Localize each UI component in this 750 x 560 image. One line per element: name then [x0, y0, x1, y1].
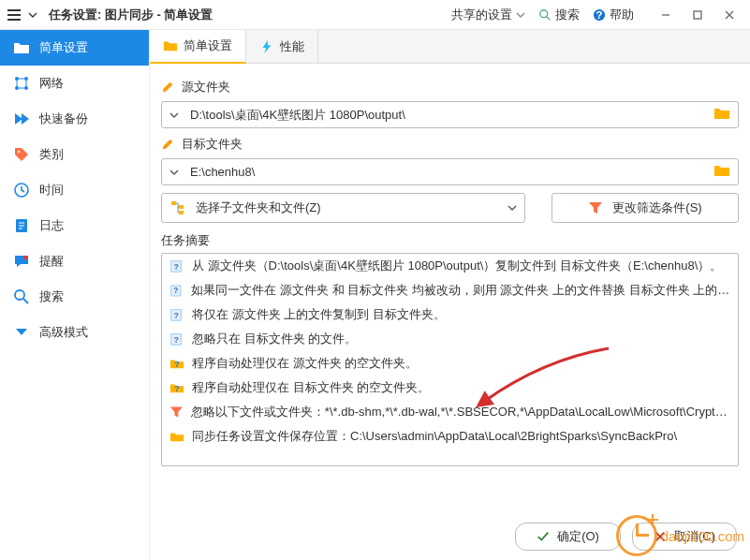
sidebar-item-label: 网络 — [39, 75, 64, 92]
source-label: 源文件夹 — [161, 79, 739, 96]
summary-row[interactable]: ?如果同一文件在 源文件夹 和 目标文件夹 均被改动，则用 源文件夹 上的文件替… — [162, 278, 738, 302]
dest-label: 目标文件夹 — [161, 136, 739, 153]
lightning-icon — [259, 39, 274, 54]
chevron-down-icon[interactable] — [507, 203, 517, 213]
main-panel: 简单设置 性能 源文件夹 目标文件夹 — [150, 30, 750, 560]
tab-label: 性能 — [280, 38, 304, 55]
tab-label: 简单设置 — [184, 37, 232, 54]
svg-text:?: ? — [173, 311, 178, 320]
svg-rect-5 — [694, 11, 701, 19]
svg-point-19 — [15, 290, 24, 300]
dest-path-field[interactable] — [161, 158, 739, 185]
help-file-icon: ? — [169, 332, 184, 346]
sidebar-item-fastbackup[interactable]: 快速备份 — [0, 101, 149, 137]
source-path-input[interactable] — [184, 104, 713, 125]
chevron-down-icon[interactable] — [164, 162, 184, 183]
menu-icon[interactable] — [7, 9, 21, 21]
cancel-button[interactable]: 取消(C) — [632, 523, 737, 551]
sidebar: 简单设置 网络 快速备份 类别 时间 日志 提醒 搜索 — [0, 30, 150, 560]
sidebar-item-label: 高级模式 — [39, 324, 88, 341]
close-button[interactable] — [716, 2, 743, 28]
summary-row[interactable]: 同步任务设置文件保存位置：C:\Users\admin\AppData\Loca… — [162, 424, 738, 449]
tree-icon — [169, 199, 186, 216]
summary-box: ?从 源文件夹（D:\tools\桌面\4K壁纸图片 1080P\output\… — [161, 253, 739, 466]
svg-point-18 — [23, 256, 27, 259]
sidebar-item-time[interactable]: 时间 — [0, 172, 149, 208]
search-link[interactable]: 搜索 — [538, 7, 580, 23]
tabs: 简单设置 性能 — [150, 30, 750, 64]
sidebar-item-network[interactable]: 网络 — [0, 66, 149, 101]
window-title: 任务设置: 图片同步 - 简单设置 — [49, 7, 213, 23]
choose-subfolders-button[interactable]: 选择子文件夹和文件(Z) — [161, 193, 525, 223]
summary-row[interactable]: ?程序自动处理仅在 目标文件夹 的空文件夹。 — [162, 376, 738, 400]
sidebar-item-log[interactable]: 日志 — [0, 208, 149, 243]
ok-button[interactable]: 确定(O) — [515, 523, 621, 551]
search-icon — [538, 8, 551, 22]
button-label: 确定(O) — [557, 528, 599, 545]
fast-icon — [13, 111, 30, 127]
search-icon — [13, 288, 30, 305]
clock-icon — [13, 182, 30, 199]
svg-text:?: ? — [596, 8, 603, 20]
chevron-down-icon[interactable] — [164, 105, 184, 125]
change-filter-button[interactable]: 更改筛选条件(S) — [551, 193, 739, 223]
funnel-icon — [169, 405, 184, 420]
svg-rect-22 — [179, 205, 184, 209]
help-file-icon: ? — [169, 283, 184, 298]
help-icon: ? — [593, 8, 606, 22]
chat-icon — [13, 253, 30, 270]
button-label: 更改筛选条件(S) — [612, 199, 701, 216]
summary-row[interactable]: ?从 源文件夹（D:\tools\桌面\4K壁纸图片 1080P\output\… — [162, 254, 738, 278]
expand-icon — [13, 324, 30, 341]
sidebar-item-label: 提醒 — [39, 253, 64, 270]
svg-text:?: ? — [174, 384, 179, 393]
sidebar-item-remind[interactable]: 提醒 — [0, 243, 149, 279]
source-path-field[interactable] — [161, 101, 739, 128]
svg-text:?: ? — [173, 286, 178, 295]
help-link[interactable]: ? 帮助 — [593, 7, 634, 23]
folder-icon[interactable] — [713, 106, 730, 124]
svg-rect-23 — [179, 211, 184, 214]
shared-settings-link[interactable]: 共享的设置 — [451, 7, 525, 23]
svg-line-20 — [23, 299, 28, 303]
folder-icon[interactable] — [713, 163, 730, 181]
summary-row[interactable]: ?忽略只在 目标文件夹 的文件。 — [162, 327, 738, 351]
tab-simple[interactable]: 简单设置 — [150, 30, 246, 64]
check-icon — [537, 530, 550, 543]
help-file-icon: ? — [169, 258, 184, 273]
titlebar: 任务设置: 图片同步 - 简单设置 共享的设置 搜索 ? 帮助 — [0, 0, 750, 30]
sidebar-item-category[interactable]: 类别 — [0, 137, 149, 172]
log-icon — [13, 217, 30, 234]
folder-icon — [163, 38, 178, 53]
folder-icon — [169, 429, 184, 444]
dest-path-input[interactable] — [184, 161, 713, 183]
sidebar-item-label: 快速备份 — [39, 111, 88, 127]
button-label: 选择子文件夹和文件(Z) — [196, 199, 321, 216]
x-icon — [654, 530, 667, 543]
tab-performance[interactable]: 性能 — [246, 30, 318, 63]
sidebar-item-advanced[interactable]: 高级模式 — [0, 315, 149, 350]
summary-row[interactable]: 忽略以下文件或文件夹：*\*.db-shm,*\*.db-wal,*\*.SBS… — [162, 400, 738, 424]
svg-text:?: ? — [173, 262, 178, 272]
sidebar-item-label: 时间 — [39, 182, 64, 199]
network-icon — [13, 75, 30, 92]
summary-row[interactable]: ?将仅在 源文件夹 上的文件复制到 目标文件夹。 — [162, 302, 738, 327]
pencil-icon — [161, 81, 174, 94]
sidebar-item-label: 搜索 — [39, 288, 64, 305]
sidebar-item-simple[interactable]: 简单设置 — [0, 30, 149, 66]
svg-point-0 — [540, 9, 548, 17]
summary-row[interactable]: ?程序自动处理仅在 源文件夹 的空文件夹。 — [162, 351, 738, 376]
chevron-down-icon[interactable] — [28, 10, 37, 20]
maximize-button[interactable] — [684, 2, 711, 28]
folder-q-icon: ? — [169, 380, 184, 395]
sidebar-item-label: 类别 — [39, 146, 64, 163]
button-label: 取消(C) — [674, 528, 715, 545]
sidebar-item-search[interactable]: 搜索 — [0, 279, 149, 315]
tag-icon — [13, 146, 30, 163]
svg-text:?: ? — [174, 360, 179, 369]
funnel-icon — [588, 200, 603, 215]
svg-text:?: ? — [173, 335, 178, 345]
sidebar-item-label: 日志 — [39, 217, 64, 234]
minimize-button[interactable] — [653, 2, 679, 28]
help-file-icon: ? — [169, 307, 184, 322]
